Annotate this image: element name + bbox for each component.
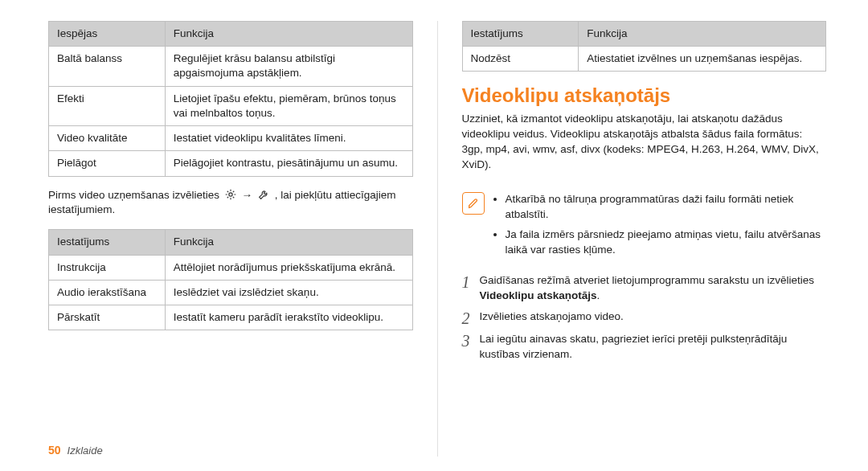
cell-function: Iestatīt kameru parādīt ierakstīto video… (165, 305, 412, 330)
table-row: Efekti Lietojiet īpašu efektu, piemēram,… (49, 86, 413, 125)
cell-setting: Audio ierakstīšana (49, 280, 166, 305)
settings-table-3: Iestatījums Funkcija Nodzēst Atiestatiet… (462, 21, 827, 72)
svg-point-0 (229, 192, 232, 195)
step: 1 Gaidīšanas režīmā atveriet lietojumpro… (462, 272, 827, 304)
step: 3 Lai iegūtu ainavas skatu, pagrieziet i… (462, 331, 827, 362)
settings-table-2: Iestatījums Funkcija Instrukcija Attēloj… (48, 229, 413, 330)
note-list: Atkarībā no tālruņa programmatūras daži … (493, 192, 827, 263)
cell-function: Attēlojiet norādījumus priekšskatījuma e… (165, 255, 412, 280)
options-table-1: Iespējas Funkcija Baltā balanss Regulēji… (48, 21, 413, 177)
intro-paragraph: Uzziniet, kā izmantot videoklipu atskaņo… (462, 112, 827, 173)
cell-function: Pielāgojiet kontrastu, piesātinājumu un … (165, 151, 412, 176)
cell-option: Pielāgot (49, 151, 166, 176)
cell-function: Atiestatiet izvēlnes un uzņemšanas iespē… (579, 47, 826, 72)
step-text: Lai iegūtu ainavas skatu, pagrieziet ier… (480, 333, 788, 361)
cell-option: Efekti (49, 86, 166, 125)
step-number: 1 (462, 272, 480, 304)
table-row: Audio ierakstīšana Ieslēdziet vai izslēd… (49, 280, 413, 305)
cell-option: Video kvalitāte (49, 126, 166, 151)
note-box: Atkarībā no tālruņa programmatūras daži … (462, 192, 827, 263)
table-row: Baltā balanss Regulējiet krāsu balansu a… (49, 47, 413, 86)
table-row: Instrukcija Attēlojiet norādījumus priek… (49, 255, 413, 280)
settings-hint: Pirms video uzņemšanas izvēlieties → , l… (48, 188, 413, 219)
note-item: Atkarībā no tālruņa programmatūras daži … (506, 192, 827, 223)
arrow-text: → (242, 189, 256, 201)
page: Iespējas Funkcija Baltā balanss Regulēji… (0, 0, 868, 471)
page-number: 50 (48, 444, 61, 457)
page-footer: 50 Izklaide (48, 444, 413, 457)
table-header: Iestatījums Funkcija (49, 230, 413, 255)
cell-function: Ieslēdziet vai izslēdziet skaņu. (165, 280, 412, 305)
step-body: Lai iegūtu ainavas skatu, pagrieziet ier… (480, 331, 827, 362)
step: 2 Izvēlieties atskaņojamo video. (462, 309, 827, 326)
cell-option: Baltā balanss (49, 47, 166, 86)
step-text: . (597, 289, 600, 301)
step-body: Izvēlieties atskaņojamo video. (480, 309, 827, 326)
note-icon (462, 192, 485, 215)
section-title: Videoklipu atskaņotājs (462, 84, 827, 107)
table-header: Iestatījums Funkcija (462, 22, 826, 47)
cell-function: Iestatiet videoklipu kvalitātes līmeni. (165, 126, 412, 151)
step-text: Izvēlieties atskaņojamo video. (480, 310, 624, 322)
cell-function: Regulējiet krāsu balansu atbilstīgi apga… (165, 47, 412, 86)
cell-setting: Pārskatīt (49, 305, 166, 330)
th-option: Iespējas (49, 22, 166, 47)
note-item: Ja faila izmērs pārsniedz pieejamo atmiņ… (506, 227, 827, 258)
table-row: Nodzēst Atiestatiet izvēlnes un uzņemšan… (462, 47, 826, 72)
table-header: Iespējas Funkcija (49, 22, 413, 47)
th-setting: Iestatījums (462, 22, 579, 47)
cell-setting: Nodzēst (462, 47, 579, 72)
gear-icon (224, 188, 237, 201)
step-text: Gaidīšanas režīmā atveriet lietojumprogr… (480, 274, 814, 286)
left-column: Iespējas Funkcija Baltā balanss Regulēji… (48, 21, 438, 457)
th-function: Funkcija (165, 22, 412, 47)
step-number: 3 (462, 331, 480, 362)
step-number: 2 (462, 309, 480, 326)
right-column: Iestatījums Funkcija Nodzēst Atiestatiet… (438, 21, 827, 457)
cell-setting: Instrukcija (49, 255, 166, 280)
table-row: Video kvalitāte Iestatiet videoklipu kva… (49, 126, 413, 151)
wrench-icon (257, 188, 270, 201)
th-function: Funkcija (165, 230, 412, 255)
section-name: Izklaide (68, 444, 103, 457)
step-body: Gaidīšanas režīmā atveriet lietojumprogr… (480, 272, 827, 304)
steps: 1 Gaidīšanas režīmā atveriet lietojumpro… (462, 272, 827, 367)
table-row: Pielāgot Pielāgojiet kontrastu, piesātin… (49, 151, 413, 176)
th-setting: Iestatījums (49, 230, 166, 255)
th-function: Funkcija (579, 22, 826, 47)
text-part: Pirms video uzņemšanas izvēlieties (48, 189, 223, 201)
table-row: Pārskatīt Iestatīt kameru parādīt ieraks… (49, 305, 413, 330)
cell-function: Lietojiet īpašu efektu, piemēram, brūnos… (165, 86, 412, 125)
step-bold: Videoklipu atskaņotājs (480, 289, 597, 301)
